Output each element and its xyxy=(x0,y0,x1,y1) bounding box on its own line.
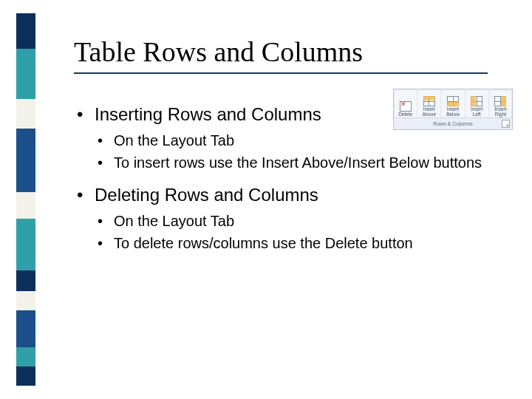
slide-content: Table Rows and Columns Inserting Rows an… xyxy=(74,35,514,265)
sub-bullet: On the Layout Tab xyxy=(95,132,514,151)
bullet-deleting: Deleting Rows and Columns On the Layout … xyxy=(74,184,514,253)
bullet-inserting-text: Inserting Rows and Columns xyxy=(95,104,321,124)
sub-bullet: To insert rows use the Insert Above/Inse… xyxy=(95,154,514,173)
sub-bullet: On the Layout Tab xyxy=(95,212,514,231)
title-underline xyxy=(74,72,488,74)
sub-bullet: To delete rows/columns use the Delete bu… xyxy=(95,234,514,253)
bullet-inserting: Inserting Rows and Columns On the Layout… xyxy=(74,103,514,172)
bullet-deleting-text: Deleting Rows and Columns xyxy=(95,185,318,205)
slide-accent-bar xyxy=(16,13,35,386)
slide-title: Table Rows and Columns xyxy=(74,35,514,68)
